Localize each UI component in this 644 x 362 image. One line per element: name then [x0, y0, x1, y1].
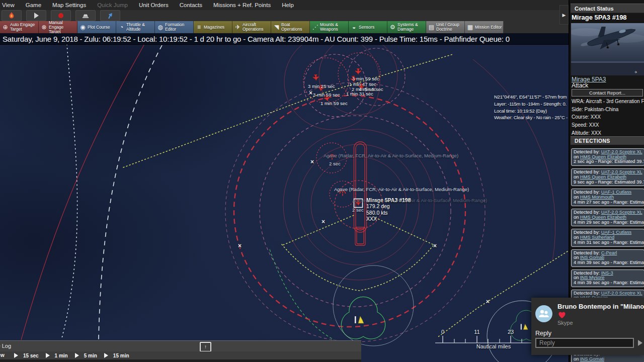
contact-stance: Attack — [572, 82, 588, 89]
unit-group-doctrine-button[interactable]: ▤Unit / Group Doctrine — [426, 21, 465, 33]
platform-link[interactable]: INS Mysore — [580, 275, 605, 280]
group-avatar-icon — [535, 305, 552, 322]
manual-engage-target-button[interactable]: ⊗Manual Engage Target — [39, 21, 77, 33]
sensor-link[interactable]: UAT-2.0 Sceptre XL — [601, 169, 642, 174]
engage-auto-icon: ⊕ — [2, 24, 9, 31]
jump-button[interactable] — [100, 10, 120, 21]
detection-card[interactable]: Detected by: UAT-2.0 Sceptre XLon HMS Qu… — [571, 168, 644, 186]
play-icon — [32, 12, 40, 20]
platform-link[interactable]: HMS Monmouth — [580, 195, 614, 200]
contact-status-title: Contact Status — [571, 6, 614, 12]
plot-course-button[interactable]: ◉Plot Course — [77, 21, 116, 33]
toolbar-button-label: Plot Course — [87, 25, 110, 30]
contact-report-button[interactable]: Contact Report... — [572, 89, 643, 97]
sensors-button[interactable]: ◒Sensors — [349, 21, 387, 33]
log-view-label: view — [0, 352, 7, 358]
sensor-link[interactable]: UAT-2.0 Sceptre XL — [601, 149, 642, 154]
platform-link[interactable]: HMS Queen Elizabeth — [580, 154, 626, 159]
stage-button[interactable] — [75, 10, 96, 21]
throttle-altitude-button[interactable]: ◔Throttle & Altitude — [116, 21, 155, 33]
menu-bar: ViewGameMap SettingsQuick JumpUnit Order… — [0, 0, 571, 10]
detection-card[interactable]: Detected by: UAF-1 Cutlasson HMS Monmout… — [571, 189, 644, 206]
platform-link[interactable]: INS Gomati — [580, 255, 604, 260]
quick-toolbar — [0, 10, 570, 21]
notification-title: Bruno Bontempo in "Milano" — [557, 303, 644, 310]
formation-icon: ◍ — [156, 24, 164, 31]
tactical-map[interactable] — [0, 44, 569, 362]
sensor-link[interactable]: UAT-2.0 Sceptre XL — [601, 291, 642, 296]
menu-item-missions-ref-points[interactable]: Missions + Ref. Points — [213, 2, 271, 8]
platform-link[interactable]: INS Gomati — [580, 356, 604, 361]
sensor-link[interactable]: UAT-2.0 Sceptre XL — [601, 210, 642, 215]
mounts-icon: ⋰ — [311, 24, 319, 31]
heart-icon — [558, 311, 566, 319]
contact-info-line: Side: Pakistan-China — [572, 106, 644, 114]
filter-arrow-icon — [75, 353, 79, 358]
svg-text:✈: ✈ — [634, 70, 637, 74]
toolbar-button-label: Systems & Damage — [396, 23, 425, 32]
toolbar-button-label: Mission Editor — [474, 25, 502, 30]
mounts-weapons-button[interactable]: ⋰Mounts & Weapons — [310, 21, 349, 33]
send-icon[interactable] — [638, 340, 642, 346]
menu-item-view[interactable]: View — [2, 2, 15, 8]
record-button[interactable] — [51, 10, 71, 21]
play-button[interactable] — [26, 10, 46, 21]
systems-damage-button[interactable]: ⚙Systems & Damage — [387, 21, 426, 33]
log-filter-15-min[interactable]: 15 min — [113, 353, 129, 358]
toolbar-button-label: Unit / Group Doctrine — [435, 23, 463, 32]
detection-time-line: 4 min 29 sec ago - Range: Estimated — [574, 220, 642, 225]
raise-log-button[interactable]: ↑ — [200, 342, 211, 352]
filter-arrow-icon — [46, 353, 50, 358]
message-log-title: Message Log — [0, 343, 18, 349]
toolbar-button-label: Throttle & Altitude — [125, 23, 153, 32]
detection-time-line: 4 min 39 sec ago - Range: Estimated — [574, 281, 642, 286]
detection-time-line: 2 sec ago - Range: Estimated 39.7nm — [574, 159, 642, 164]
log-filter-15-sec[interactable]: 15 sec — [23, 353, 39, 358]
toolbar-button-label: Manual Engage Target — [48, 21, 76, 34]
detection-card[interactable]: Detected by: C-Pearlon INS Gomati4 min 3… — [571, 249, 644, 267]
flame-button[interactable] — [2, 10, 22, 21]
toolbar-button-label: Magazines — [203, 25, 224, 30]
detection-card[interactable]: Detected by: INS-3on INS Mysore4 min 39 … — [571, 269, 644, 287]
log-filter-5-min[interactable]: 5 min — [84, 353, 97, 358]
contact-name: Mirage 5PA3 #198 — [572, 14, 627, 21]
avatar — [535, 305, 552, 322]
message-log-title-clip: Message Log — [0, 343, 18, 350]
message-log-bar[interactable]: Message Log ↑ — [0, 340, 361, 352]
detection-card[interactable]: Detected by: UAT-2.0 Sceptre XLon HMS Qu… — [571, 209, 644, 226]
menu-item-map-settings[interactable]: Map Settings — [52, 2, 86, 8]
log-view-label-clip: view — [0, 352, 7, 358]
skype-notification-toast[interactable]: Bruno Bontempo in "Milano" Skype Reply — [531, 298, 644, 355]
sensor-link[interactable]: C-Pearl — [601, 250, 617, 255]
mission-icon: ▦ — [466, 24, 474, 31]
detections-title: DETECTIONS — [571, 138, 610, 144]
menu-item-unit-orders[interactable]: Unit Orders — [139, 2, 169, 8]
detection-card[interactable]: Detected by: UAF-1 Cutlasson HMS Sutherl… — [571, 229, 644, 246]
aircraft-operations-button[interactable]: ✈Aircraft Operations — [232, 21, 271, 33]
menu-item-help[interactable]: Help — [282, 2, 294, 8]
log-filter-1-min[interactable]: 1 min — [55, 353, 68, 358]
platform-link[interactable]: HMS Sutherland — [580, 235, 614, 240]
menu-item-game[interactable]: Game — [26, 2, 41, 8]
sensors-icon: ◒ — [350, 24, 358, 31]
boat-operations-button[interactable]: ◥Boat Operations — [271, 21, 310, 33]
detection-platform-line: on INS Gomati — [574, 357, 642, 362]
app-window: Mirage 5PA3 #198 179.2 deg 580.0 kts XXX… — [0, 0, 644, 362]
platform-link[interactable]: HMS Queen Elizabeth — [580, 174, 626, 179]
reply-input[interactable] — [535, 338, 634, 348]
aircraft-photo-art: ✈ — [571, 23, 644, 75]
menu-item-contacts[interactable]: Contacts — [180, 2, 202, 8]
auto-engage-target-button[interactable]: ⊕Auto Engage Target — [0, 21, 39, 33]
sensor-link[interactable]: UAF-1 Cutlass — [601, 230, 631, 235]
toolbar-button-label: Auto Engage Target — [9, 23, 37, 32]
sidebar-collapse-button[interactable]: ▶ — [559, 5, 569, 25]
sensor-link[interactable]: INS-3 — [601, 270, 613, 276]
toolbar-button-label: Formation Editor — [164, 23, 192, 32]
magazines-button[interactable]: ≡Magazines — [194, 21, 232, 33]
formation-editor-button[interactable]: ◍Formation Editor — [155, 21, 194, 33]
mission-editor-button[interactable]: ▦Mission Editor — [465, 21, 504, 33]
menu-item-quick-jump[interactable]: Quick Jump — [97, 2, 128, 8]
sensor-link[interactable]: UAF-1 Cutlass — [601, 190, 631, 195]
detection-card[interactable]: Detected by: UAT-2.0 Sceptre XLon HMS Qu… — [571, 148, 644, 166]
platform-link[interactable]: HMS Queen Elizabeth — [580, 215, 626, 220]
